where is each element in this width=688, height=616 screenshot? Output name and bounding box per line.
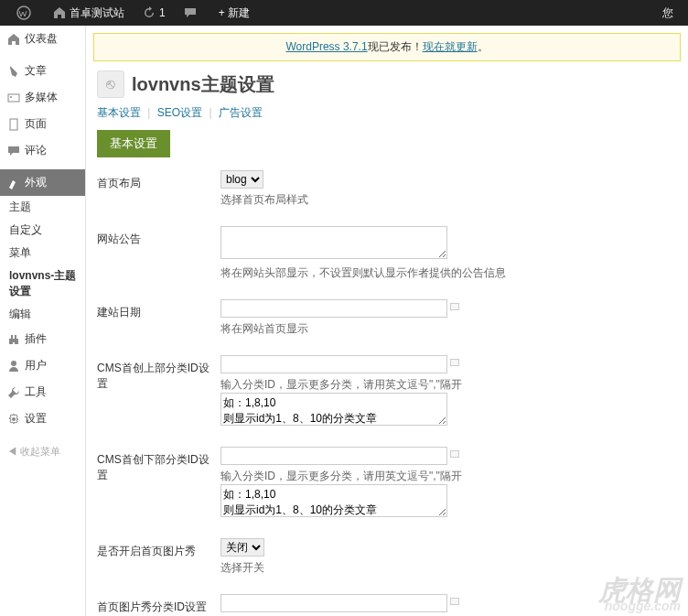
page-title-icon: ⎋ (97, 70, 124, 98)
menu-appearance[interactable]: 外观 (0, 169, 85, 196)
layout-help: 选择首页布局样式 (220, 192, 677, 208)
appearance-submenu: 主题 自定义 菜单 lovnvns-主题设置 编辑 (0, 196, 85, 326)
submenu-menus[interactable]: 菜单 (0, 242, 85, 265)
menu-dashboard[interactable]: 仪表盘 (0, 26, 85, 52)
watermark: 虎格网 hoogge.com (598, 578, 681, 612)
new-label: + 新建 (219, 5, 250, 21)
menu-plugins[interactable]: 插件 (0, 326, 85, 352)
announce-textarea[interactable] (220, 226, 447, 259)
resize-handle-icon[interactable] (450, 598, 459, 605)
section-header: 基本设置 (97, 130, 170, 157)
slideshow-help: 选择开关 (220, 560, 677, 576)
collapse-menu[interactable]: ◀ 收起菜单 (0, 438, 85, 466)
slideshow-label: 是否开启首页图片秀 (97, 535, 220, 590)
build-date-help: 将在网站首页显示 (220, 321, 677, 337)
cms-top-input[interactable] (220, 355, 447, 373)
cms-bottom-input[interactable] (220, 447, 447, 465)
resize-handle-icon[interactable] (450, 450, 459, 458)
refresh[interactable]: 1 (134, 0, 175, 26)
cms-top-label: CMS首创上部分类ID设置 (97, 351, 220, 443)
announce-label: 网站公告 (97, 222, 220, 296)
refresh-count: 1 (159, 6, 166, 19)
submenu-themes[interactable]: 主题 (0, 196, 85, 219)
settings-tabs: 基本设置 | SEO设置 | 广告设置 (97, 105, 677, 121)
resize-handle-icon[interactable] (450, 303, 459, 310)
new-content[interactable]: + 新建 (210, 0, 259, 26)
layout-label: 首页布局 (97, 167, 220, 222)
submenu-customize[interactable]: 自定义 (0, 219, 85, 242)
greeting[interactable]: 您 (662, 5, 681, 21)
site-name-text: 首卓测试站 (70, 5, 124, 21)
tab-basic[interactable]: 基本设置 (97, 106, 141, 119)
menu-users[interactable]: 用户 (0, 352, 85, 379)
admin-bar: 首卓测试站 1 + 新建 您 (0, 0, 688, 26)
submenu-theme-settings[interactable]: lovnvns-主题设置 (0, 265, 85, 303)
update-now-link[interactable]: 现在就更新 (423, 40, 478, 53)
comments-bubble[interactable] (175, 0, 210, 26)
cms-top-tip: 输入分类ID，显示更多分类，请用英文逗号","隔开 (220, 377, 677, 393)
menu-tools[interactable]: 工具 (0, 379, 85, 405)
admin-sidebar: 仪表盘 文章 多媒体 页面 评论 外观 主题 自定义 菜单 lovnvns-主题… (0, 26, 86, 616)
menu-comments[interactable]: 评论 (0, 137, 85, 164)
svg-point-2 (10, 96, 12, 98)
page-title: lovnvns主题设置 (132, 72, 274, 97)
resize-handle-icon[interactable] (450, 359, 459, 366)
build-date-input[interactable] (220, 299, 447, 318)
svg-point-0 (17, 6, 30, 19)
svg-rect-3 (10, 119, 17, 130)
submenu-editor[interactable]: 编辑 (0, 303, 85, 326)
tab-seo[interactable]: SEO设置 (157, 106, 202, 119)
menu-media[interactable]: 多媒体 (0, 84, 85, 111)
cms-bottom-example[interactable]: 如：1,8,10 则显示id为1、8、10的分类文章 (220, 484, 447, 517)
slide-cat-label: 首页图片秀分类ID设置 (97, 590, 220, 616)
svg-point-4 (11, 361, 16, 366)
build-date-label: 建站日期 (97, 296, 220, 351)
update-notice: WordPress 3.7.1现已发布！现在就更新。 (93, 33, 681, 61)
menu-settings[interactable]: 设置 (0, 405, 85, 432)
layout-select[interactable]: blog (220, 170, 263, 189)
menu-pages[interactable]: 页面 (0, 111, 85, 137)
svg-point-5 (12, 417, 16, 421)
announce-help: 将在网站头部显示，不设置则默认显示作者提供的公告信息 (220, 265, 677, 281)
tab-ad[interactable]: 广告设置 (219, 106, 263, 119)
svg-rect-1 (8, 94, 19, 102)
wp-logo[interactable] (7, 0, 44, 26)
content-area: WordPress 3.7.1现已发布！现在就更新。 ⎋ lovnvns主题设置… (86, 26, 688, 616)
cms-bottom-tip: 输入分类ID，显示更多分类，请用英文逗号","隔开 (220, 469, 677, 484)
site-name[interactable]: 首卓测试站 (44, 0, 134, 26)
slideshow-select[interactable]: 关闭 (220, 538, 264, 557)
cms-bottom-label: CMS首创下部分类ID设置 (97, 443, 220, 535)
wp-version-link[interactable]: WordPress 3.7.1 (285, 40, 367, 53)
menu-posts[interactable]: 文章 (0, 58, 85, 84)
settings-form: 首页布局 blog 选择首页布局样式 网站公告 将在网站头部显示，不设置则默认显… (97, 167, 677, 616)
cms-top-example[interactable]: 如：1,8,10 则显示id为1、8、10的分类文章 (220, 393, 447, 426)
slide-cat-input[interactable] (220, 594, 447, 612)
